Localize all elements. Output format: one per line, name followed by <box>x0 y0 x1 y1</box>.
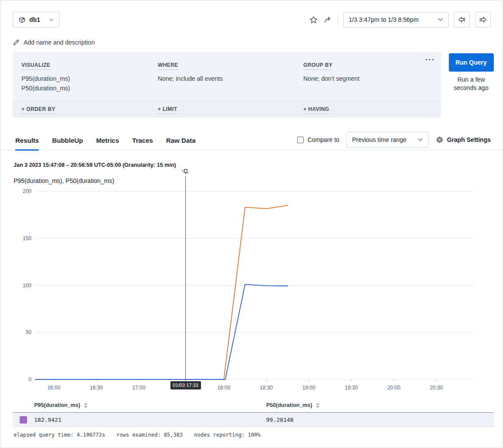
rows-examined: rows examined: 85,383 <box>117 432 183 438</box>
tab-raw-data[interactable]: Raw Data <box>166 137 196 151</box>
series-color-swatch <box>20 416 27 424</box>
column-header-label: P95(duration_ms) <box>34 402 80 408</box>
dataset-icon <box>18 16 26 24</box>
add-name-label: Add name and description <box>24 39 95 46</box>
arrow-left-bar-icon <box>458 15 466 24</box>
visualize-item[interactable]: P95(duration_ms) <box>21 74 158 83</box>
time-range-value: 1/3 3:47pm to 1/3 8:56pm <box>349 16 419 23</box>
compare-to-checkbox[interactable] <box>297 137 304 143</box>
where-clause: WHERE None; include all events <box>158 61 303 101</box>
run-query-column: Run Query Run a few seconds ago <box>448 53 494 92</box>
svg-text:16:30: 16:30 <box>90 385 103 391</box>
gear-icon <box>436 136 444 144</box>
svg-text:200: 200 <box>23 188 31 194</box>
svg-text:100: 100 <box>23 283 31 289</box>
favorite-star-icon[interactable] <box>309 15 318 24</box>
chevron-down-icon <box>438 18 443 21</box>
chevron-down-icon <box>418 138 423 141</box>
pencil-icon <box>13 39 20 46</box>
sort-icon[interactable] <box>316 403 320 408</box>
share-icon[interactable] <box>323 15 332 24</box>
compare-range-value: Previous time range <box>352 136 407 143</box>
graph-settings-button[interactable]: Graph Settings <box>436 136 491 144</box>
compare-to-label: Compare to <box>307 136 339 143</box>
nodes-reporting: nodes reporting: 100% <box>194 432 260 438</box>
column-header-p50[interactable]: P50(duration_ms) <box>266 402 494 408</box>
graph-settings-label: Graph Settings <box>447 136 491 143</box>
tab-traces[interactable]: Traces <box>132 137 153 151</box>
column-header-p95[interactable]: P95(duration_ms) <box>13 402 266 408</box>
add-having-button[interactable]: + HAVING <box>303 106 329 114</box>
column-header-label: P50(duration_ms) <box>266 402 312 408</box>
svg-text:20:00: 20:00 <box>387 385 400 391</box>
marker-time-badge: 01/03 17:33 <box>170 381 201 389</box>
svg-text:20:30: 20:30 <box>430 385 443 391</box>
query-status-bar: elapsed query time: 4.106772s rows exami… <box>14 432 260 438</box>
sort-icon[interactable] <box>83 403 88 408</box>
groupby-value[interactable]: None; don't segment <box>303 74 432 83</box>
add-orderby-button[interactable]: + ORDER BY <box>21 106 56 114</box>
compare-to-toggle[interactable]: Compare to <box>297 136 339 143</box>
top-right-actions: 1/3 3:47pm to 1/3 8:56pm <box>309 12 491 28</box>
graph-controls: Compare to Previous time range Graph Set… <box>297 131 491 148</box>
query-clauses: VISUALIZE P95(duration_ms) P50(duration_… <box>13 52 441 101</box>
summary-table-header: P95(duration_ms) P50(duration_ms) <box>13 402 494 413</box>
add-limit-button[interactable]: + LIMIT <box>158 106 177 114</box>
tab-results[interactable]: Results <box>15 137 39 151</box>
svg-text:19:30: 19:30 <box>345 385 358 391</box>
p95-value: 182.9421 <box>34 417 62 423</box>
query-page: db1 1/3 3:47pm to 1/3 8:56pm <box>0 0 503 448</box>
svg-text:150: 150 <box>23 235 31 241</box>
time-range-selector[interactable]: 1/3 3:47pm to 1/3 8:56pm <box>343 12 449 28</box>
where-label[interactable]: WHERE <box>158 62 178 70</box>
marker-line <box>185 176 186 381</box>
summary-table-row[interactable]: 182.9421 99.28148 <box>13 413 494 427</box>
chevron-down-icon <box>49 18 54 21</box>
divider <box>337 15 338 24</box>
pin-icon[interactable] <box>181 168 190 176</box>
svg-text:17:00: 17:00 <box>132 385 146 391</box>
groupby-clause: GROUP BY None; don't segment <box>303 61 432 101</box>
visualize-item[interactable]: P50(duration_ms) <box>21 83 158 93</box>
svg-text:0: 0 <box>28 376 31 383</box>
chart-date-range: Jan 3 2023 15:47:08 – 20:56:59 UTC-05:00… <box>14 162 176 168</box>
next-query-button[interactable] <box>475 12 491 28</box>
summary-table: P95(duration_ms) P50(duration_ms) 182.94… <box>13 402 494 427</box>
query-builder-panel: VISUALIZE P95(duration_ms) P50(duration_… <box>13 52 441 117</box>
chart-canvas[interactable]: 05010015020016:0016:3017:0018:0018:3019:… <box>0 184 499 397</box>
svg-text:18:30: 18:30 <box>260 385 273 391</box>
results-tab-bar: Results BubbleUp Metrics Traces Raw Data… <box>0 131 503 150</box>
visualize-clause: VISUALIZE P95(duration_ms) P50(duration_… <box>21 61 158 101</box>
elapsed-time: elapsed query time: 4.106772s <box>14 432 105 438</box>
svg-text:19:00: 19:00 <box>302 385 316 391</box>
visualize-label[interactable]: VISUALIZE <box>21 62 50 70</box>
compare-range-selector[interactable]: Previous time range <box>347 132 429 148</box>
p50-value: 99.28148 <box>266 417 494 423</box>
tab-metrics[interactable]: Metrics <box>96 137 119 151</box>
add-name-description-button[interactable]: Add name and description <box>13 39 95 46</box>
arrow-right-bar-icon <box>479 15 487 24</box>
run-status-text: Run a few seconds ago <box>448 76 494 92</box>
where-value[interactable]: None; include all events <box>158 74 303 83</box>
previous-query-button[interactable] <box>454 12 470 28</box>
query-extra-clauses: + ORDER BY + LIMIT + HAVING <box>13 101 441 117</box>
svg-text:16:00: 16:00 <box>47 385 60 391</box>
groupby-label[interactable]: GROUP BY <box>303 62 333 70</box>
top-bar: db1 1/3 3:47pm to 1/3 8:56pm <box>13 12 491 28</box>
dataset-name: db1 <box>29 16 40 23</box>
query-menu-ellipsis-icon[interactable]: ··· <box>425 55 435 64</box>
run-query-button[interactable]: Run Query <box>449 53 494 72</box>
chart-title: P95(duration_ms), P50(duration_ms) <box>14 177 114 184</box>
svg-text:18:00: 18:00 <box>217 385 230 391</box>
dataset-selector[interactable]: db1 <box>13 12 59 28</box>
results-chart: Jan 3 2023 15:47:08 – 20:56:59 UTC-05:00… <box>0 158 503 397</box>
svg-text:50: 50 <box>26 329 32 335</box>
tab-bubbleup[interactable]: BubbleUp <box>52 137 83 151</box>
